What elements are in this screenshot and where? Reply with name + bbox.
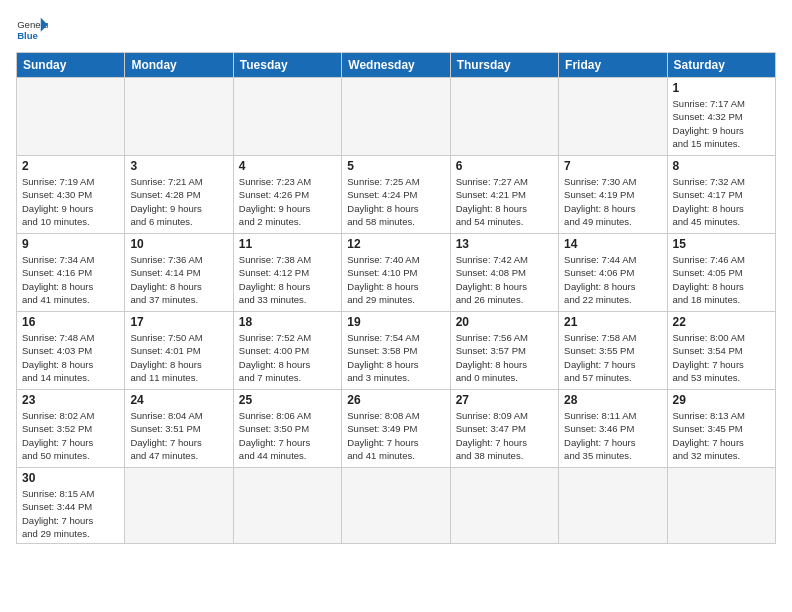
calendar-cell: 10Sunrise: 7:36 AM Sunset: 4:14 PM Dayli…	[125, 234, 233, 312]
calendar-cell: 25Sunrise: 8:06 AM Sunset: 3:50 PM Dayli…	[233, 390, 341, 468]
weekday-header-friday: Friday	[559, 53, 667, 78]
day-number: 6	[456, 159, 553, 173]
calendar-cell: 13Sunrise: 7:42 AM Sunset: 4:08 PM Dayli…	[450, 234, 558, 312]
day-info: Sunrise: 7:36 AM Sunset: 4:14 PM Dayligh…	[130, 253, 227, 306]
week-row-5: 23Sunrise: 8:02 AM Sunset: 3:52 PM Dayli…	[17, 390, 776, 468]
calendar-cell	[17, 78, 125, 156]
calendar-cell: 27Sunrise: 8:09 AM Sunset: 3:47 PM Dayli…	[450, 390, 558, 468]
day-info: Sunrise: 8:06 AM Sunset: 3:50 PM Dayligh…	[239, 409, 336, 462]
calendar-cell: 17Sunrise: 7:50 AM Sunset: 4:01 PM Dayli…	[125, 312, 233, 390]
day-info: Sunrise: 8:11 AM Sunset: 3:46 PM Dayligh…	[564, 409, 661, 462]
calendar-cell	[559, 78, 667, 156]
calendar-cell: 12Sunrise: 7:40 AM Sunset: 4:10 PM Dayli…	[342, 234, 450, 312]
day-info: Sunrise: 7:52 AM Sunset: 4:00 PM Dayligh…	[239, 331, 336, 384]
day-info: Sunrise: 7:40 AM Sunset: 4:10 PM Dayligh…	[347, 253, 444, 306]
day-info: Sunrise: 7:56 AM Sunset: 3:57 PM Dayligh…	[456, 331, 553, 384]
day-number: 24	[130, 393, 227, 407]
calendar-cell: 18Sunrise: 7:52 AM Sunset: 4:00 PM Dayli…	[233, 312, 341, 390]
week-row-4: 16Sunrise: 7:48 AM Sunset: 4:03 PM Dayli…	[17, 312, 776, 390]
day-info: Sunrise: 7:44 AM Sunset: 4:06 PM Dayligh…	[564, 253, 661, 306]
calendar-cell: 19Sunrise: 7:54 AM Sunset: 3:58 PM Dayli…	[342, 312, 450, 390]
header: General Blue	[16, 16, 776, 44]
day-info: Sunrise: 7:34 AM Sunset: 4:16 PM Dayligh…	[22, 253, 119, 306]
calendar-cell: 2Sunrise: 7:19 AM Sunset: 4:30 PM Daylig…	[17, 156, 125, 234]
svg-text:Blue: Blue	[17, 30, 38, 41]
calendar-cell	[233, 78, 341, 156]
day-number: 17	[130, 315, 227, 329]
day-number: 23	[22, 393, 119, 407]
day-info: Sunrise: 7:38 AM Sunset: 4:12 PM Dayligh…	[239, 253, 336, 306]
calendar-body: 1Sunrise: 7:17 AM Sunset: 4:32 PM Daylig…	[17, 78, 776, 544]
weekday-header-thursday: Thursday	[450, 53, 558, 78]
day-info: Sunrise: 7:17 AM Sunset: 4:32 PM Dayligh…	[673, 97, 770, 150]
calendar-cell: 3Sunrise: 7:21 AM Sunset: 4:28 PM Daylig…	[125, 156, 233, 234]
week-row-6: 30Sunrise: 8:15 AM Sunset: 3:44 PM Dayli…	[17, 468, 776, 544]
day-info: Sunrise: 7:19 AM Sunset: 4:30 PM Dayligh…	[22, 175, 119, 228]
calendar-cell	[667, 468, 775, 544]
calendar-header: SundayMondayTuesdayWednesdayThursdayFrid…	[17, 53, 776, 78]
day-number: 8	[673, 159, 770, 173]
day-number: 20	[456, 315, 553, 329]
day-number: 25	[239, 393, 336, 407]
day-info: Sunrise: 8:02 AM Sunset: 3:52 PM Dayligh…	[22, 409, 119, 462]
calendar-cell: 1Sunrise: 7:17 AM Sunset: 4:32 PM Daylig…	[667, 78, 775, 156]
day-info: Sunrise: 7:25 AM Sunset: 4:24 PM Dayligh…	[347, 175, 444, 228]
week-row-3: 9Sunrise: 7:34 AM Sunset: 4:16 PM Daylig…	[17, 234, 776, 312]
day-info: Sunrise: 7:42 AM Sunset: 4:08 PM Dayligh…	[456, 253, 553, 306]
day-info: Sunrise: 8:04 AM Sunset: 3:51 PM Dayligh…	[130, 409, 227, 462]
day-number: 5	[347, 159, 444, 173]
day-info: Sunrise: 7:23 AM Sunset: 4:26 PM Dayligh…	[239, 175, 336, 228]
day-number: 16	[22, 315, 119, 329]
day-number: 2	[22, 159, 119, 173]
calendar-cell: 16Sunrise: 7:48 AM Sunset: 4:03 PM Dayli…	[17, 312, 125, 390]
calendar-cell: 23Sunrise: 8:02 AM Sunset: 3:52 PM Dayli…	[17, 390, 125, 468]
calendar-cell	[125, 468, 233, 544]
day-number: 13	[456, 237, 553, 251]
weekday-header-tuesday: Tuesday	[233, 53, 341, 78]
calendar-cell: 26Sunrise: 8:08 AM Sunset: 3:49 PM Dayli…	[342, 390, 450, 468]
calendar-cell: 7Sunrise: 7:30 AM Sunset: 4:19 PM Daylig…	[559, 156, 667, 234]
calendar-cell: 29Sunrise: 8:13 AM Sunset: 3:45 PM Dayli…	[667, 390, 775, 468]
calendar-cell: 15Sunrise: 7:46 AM Sunset: 4:05 PM Dayli…	[667, 234, 775, 312]
weekday-row: SundayMondayTuesdayWednesdayThursdayFrid…	[17, 53, 776, 78]
weekday-header-saturday: Saturday	[667, 53, 775, 78]
day-info: Sunrise: 7:54 AM Sunset: 3:58 PM Dayligh…	[347, 331, 444, 384]
calendar-cell: 24Sunrise: 8:04 AM Sunset: 3:51 PM Dayli…	[125, 390, 233, 468]
day-info: Sunrise: 8:09 AM Sunset: 3:47 PM Dayligh…	[456, 409, 553, 462]
calendar-cell	[342, 78, 450, 156]
calendar-page: General Blue SundayMondayTuesdayWednesda…	[0, 0, 792, 612]
day-number: 21	[564, 315, 661, 329]
calendar-cell	[450, 468, 558, 544]
day-info: Sunrise: 7:46 AM Sunset: 4:05 PM Dayligh…	[673, 253, 770, 306]
day-info: Sunrise: 8:00 AM Sunset: 3:54 PM Dayligh…	[673, 331, 770, 384]
calendar-cell	[342, 468, 450, 544]
weekday-header-monday: Monday	[125, 53, 233, 78]
day-info: Sunrise: 8:15 AM Sunset: 3:44 PM Dayligh…	[22, 487, 119, 540]
calendar-table: SundayMondayTuesdayWednesdayThursdayFrid…	[16, 52, 776, 544]
logo: General Blue	[16, 16, 48, 44]
calendar-cell: 14Sunrise: 7:44 AM Sunset: 4:06 PM Dayli…	[559, 234, 667, 312]
logo-icon: General Blue	[16, 16, 48, 44]
day-number: 19	[347, 315, 444, 329]
day-info: Sunrise: 7:50 AM Sunset: 4:01 PM Dayligh…	[130, 331, 227, 384]
calendar-cell	[125, 78, 233, 156]
day-number: 15	[673, 237, 770, 251]
day-info: Sunrise: 7:48 AM Sunset: 4:03 PM Dayligh…	[22, 331, 119, 384]
day-number: 1	[673, 81, 770, 95]
day-number: 3	[130, 159, 227, 173]
calendar-cell: 4Sunrise: 7:23 AM Sunset: 4:26 PM Daylig…	[233, 156, 341, 234]
day-number: 11	[239, 237, 336, 251]
day-number: 9	[22, 237, 119, 251]
calendar-cell	[559, 468, 667, 544]
weekday-header-sunday: Sunday	[17, 53, 125, 78]
day-number: 7	[564, 159, 661, 173]
day-number: 26	[347, 393, 444, 407]
day-number: 18	[239, 315, 336, 329]
calendar-cell: 9Sunrise: 7:34 AM Sunset: 4:16 PM Daylig…	[17, 234, 125, 312]
calendar-cell: 21Sunrise: 7:58 AM Sunset: 3:55 PM Dayli…	[559, 312, 667, 390]
week-row-1: 1Sunrise: 7:17 AM Sunset: 4:32 PM Daylig…	[17, 78, 776, 156]
calendar-cell: 6Sunrise: 7:27 AM Sunset: 4:21 PM Daylig…	[450, 156, 558, 234]
week-row-2: 2Sunrise: 7:19 AM Sunset: 4:30 PM Daylig…	[17, 156, 776, 234]
calendar-cell: 30Sunrise: 8:15 AM Sunset: 3:44 PM Dayli…	[17, 468, 125, 544]
day-number: 22	[673, 315, 770, 329]
